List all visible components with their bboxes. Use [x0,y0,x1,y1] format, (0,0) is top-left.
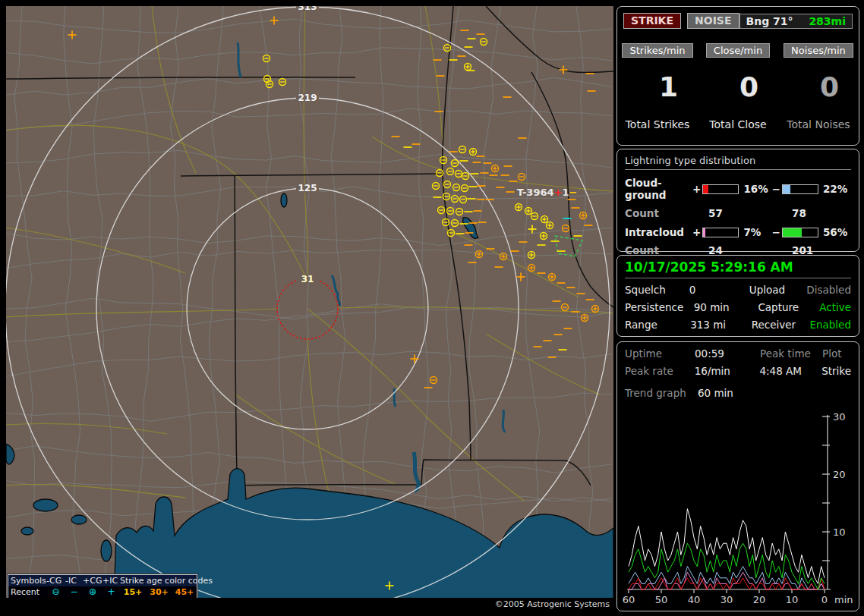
range-label: Range [625,319,690,331]
trend-graph-value: 60 min [698,387,733,399]
legend-header: +IC [102,575,120,586]
plus-sign: + [692,226,702,238]
cloud-ground-label: Cloud-ground [625,177,692,201]
bearing-display: Bng 71° 283mi [739,14,853,29]
lightning-map[interactable]: 31321912531T-3964+1− Symbols-CG-IC+CG+IC… [6,6,613,611]
counters-panel: STRIKE NOISE Bng 71° 283mi Strikes/min C… [616,6,859,146]
legend-age-code: 15+ [120,586,146,598]
trend-x-tick-label: 60 [623,594,635,605]
ic-negative-pct: 56% [823,226,851,238]
legend-cg-neg-symbol: ⊖ [46,586,65,598]
legend-header: -IC [65,575,83,586]
trend-x-tick-label: 20 [753,594,766,605]
noises-per-min-header: Noises/min [784,43,853,58]
close-rate: 0 [698,72,778,102]
peak-time-value: 4:48 AM [759,365,821,377]
bearing-distance: 283mi [809,15,846,27]
trend-x-tick-label: 30 [721,594,733,605]
cg-count-label: Count [625,207,708,219]
trend-y-tick-label: 20 [833,469,846,480]
trend-x-tick-label: 0 [821,594,828,605]
peak-rate-label: Peak rate [625,365,695,377]
minus-sign: − [772,226,782,238]
app-window: { "toolbar": { "strike_label": "STRIKE",… [0,0,864,616]
total-close-label: Total Close [698,118,778,130]
capture-label: Capture [758,301,819,313]
persistence-label: Persistence [625,301,694,313]
legend-age-code: 45+ [172,586,197,598]
uptime-label: Uptime [625,347,695,360]
capture-status: Active [819,301,851,313]
minus-sign: − [772,183,782,195]
legend-header: Symbols [8,575,46,586]
cg-positive-pct: 16% [743,183,771,195]
uptime-value: 00:59 [695,347,760,360]
strike-button[interactable]: STRIKE [623,13,681,29]
intracloud-label: Intracloud [625,226,692,238]
trend-x-unit: min [834,594,853,605]
strikes-per-min-header: Strikes/min [622,43,692,58]
receiver-label: Receiver [752,319,810,331]
legend-header: -CG [46,575,65,586]
trend-y-tick-label: 10 [833,526,846,538]
plot-label: Plot [822,347,851,360]
plot-mode-value: Strike [821,365,851,377]
squelch-value: 0 [689,284,749,296]
ic-positive-pct: 7% [743,226,771,238]
plus-sign: + [692,183,702,195]
legend-header: +CG [83,575,102,586]
total-strikes-label: Total Strikes [617,118,698,130]
distribution-panel: Lightning type distribution Cloud-ground… [616,149,859,252]
bearing-label: Bng 71° [746,15,793,27]
trend-chart: 1020306050403020100min [620,409,856,608]
upload-status: Disabled [806,284,851,296]
ic-positive-bar [702,228,739,237]
cg-negative-pct: 22% [823,183,851,195]
persistence-value: 90 min [694,301,758,313]
noise-button[interactable]: NOISE [687,13,739,29]
legend-ic-pos-symbol: + [102,586,120,598]
cg-negative-bar [782,184,818,194]
peak-rate-value: 16/min [695,365,760,377]
trend-x-tick-label: 40 [688,594,701,605]
trend-y-tick-label: 30 [833,411,846,423]
legend-ic-neg-symbol: − [65,586,83,598]
ring-label: 219 [298,93,317,103]
noises-rate: 0 [778,72,859,102]
trend-x-tick-label: 10 [786,594,799,605]
squelch-label: Squelch [625,284,689,296]
ring-label: 125 [298,183,317,193]
receiver-status: Enabled [809,319,851,331]
legend-header: Strike age color codes [120,575,197,586]
ring-label: 313 [298,6,317,12]
status-panel: 10/17/2025 5:29:16 AM Squelch 0 Upload D… [616,255,859,337]
ic-negative-bar [782,228,818,237]
ring-label: 31 [301,274,314,284]
legend-age-code: 30+ [146,586,172,598]
cg-positive-count: 57 [708,207,792,219]
map-canvas[interactable]: 31321912531T-3964+1− [6,6,613,598]
close-per-min-header: Close/min [706,43,770,58]
legend-cg-pos-symbol: ⊕ [83,586,102,598]
distribution-title: Lightning type distribution [625,155,851,170]
session-panel: Uptime 00:59 Peak time Plot Peak rate 16… [616,341,859,611]
legend-row-label: Recent [8,586,46,598]
copyright-text: ©2005 Astrogenic Systems [6,598,613,611]
trend-x-tick-label: 50 [655,594,668,605]
total-noises-label: Total Noises [778,118,859,130]
range-value: 313 mi [690,319,752,331]
cg-negative-count: 78 [792,207,806,219]
peak-time-label: Peak time [760,347,822,360]
cg-positive-bar [702,184,739,194]
storm-cell-label: T-3964+1− [517,187,577,198]
datetime-display: 10/17/2025 5:29:16 AM [625,259,851,278]
upload-label: Upload [749,284,806,296]
strikes-rate: 1 [617,72,698,102]
trend-graph-label: Trend graph [625,387,698,399]
